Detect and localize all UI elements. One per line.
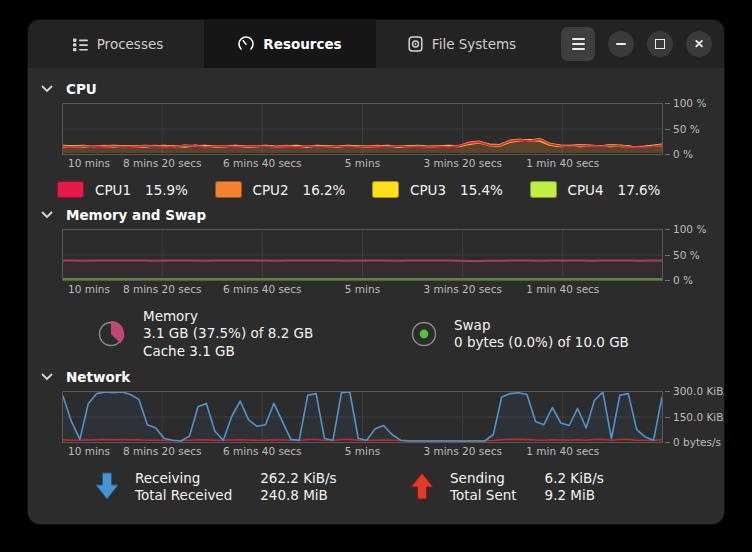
cpu4-value: 17.6% [618,182,661,198]
memory-usage: 3.1 GB (37.5%) of 8.2 GB [143,325,313,342]
y-tick-label: 50 % [673,123,700,135]
memory-swap-legend: Memory 3.1 GB (37.5%) of 8.2 GB Cache 3.… [94,308,724,360]
y-tick-label: 100 % [673,97,706,109]
x-tick-label: 6 mins 40 secs [223,157,302,169]
window-controls: ✕ [561,20,724,68]
x-tick-label: 5 mins [345,157,380,169]
memory-swap-section: Memory and Swap 100 %50 %0 % 10 mins8 mi… [28,202,724,360]
chevron-down-icon [41,85,53,93]
memory-expander-button[interactable] [39,209,55,221]
receiving-legend-item: Receiving 262.2 KiB/s Total Received 240… [94,470,409,503]
x-tick-label: 8 mins 20 secs [123,445,202,457]
cpu2-value: 16.2% [303,182,346,198]
tab-processes[interactable]: Processes [32,20,204,68]
y-tick-label: 100 % [673,223,706,235]
network-y-axis: 300.0 KiB/s150.0 KiB/s0 bytes/s [665,391,724,443]
memory-section-title: Memory and Swap [66,207,206,223]
y-tick-label: 300.0 KiB/s [673,385,724,397]
cpu2-color-swatch [215,181,242,198]
disk-icon [408,36,423,52]
tab-label: File Systems [432,36,516,52]
gauge-icon [238,36,254,52]
swap-label: Swap [454,317,629,334]
cpu1-legend-item: CPU1 15.9% [57,181,215,198]
cpu-history-chart [62,103,663,155]
y-tick-label: 0 % [673,274,693,286]
chevron-down-icon [41,373,53,381]
cpu-legend: CPU1 15.9% CPU2 16.2% CPU3 15.4% CPU4 17… [57,181,687,198]
x-tick-label: 6 mins 40 secs [223,445,302,457]
cpu-section: CPU 100 %50 %0 % 10 mins8 mins 20 secs6 … [28,76,724,198]
memory-cache: Cache 3.1 GB [143,343,313,360]
x-tick-label: 8 mins 20 secs [123,283,202,295]
cpu-y-axis: 100 %50 %0 % [665,103,724,155]
close-icon: ✕ [694,38,704,50]
cpu1-label: CPU1 [95,182,131,198]
network-expander-button[interactable] [39,371,55,383]
cpu4-label: CPU4 [568,182,604,198]
sending-rate: 6.2 KiB/s [545,470,604,486]
x-tick-label: 10 mins [68,283,110,295]
y-tick-label: 50 % [673,249,700,261]
process-list-icon [73,37,88,52]
network-x-axis: 10 mins8 mins 20 secs6 mins 40 secs5 min… [62,443,663,460]
minimize-button[interactable] [608,31,634,57]
hamburger-menu-icon [572,38,585,40]
minimize-icon [616,43,626,45]
total-sent-value: 9.2 MiB [545,487,604,503]
x-tick-label: 5 mins [345,445,380,457]
memory-legend-item: Memory 3.1 GB (37.5%) of 8.2 GB Cache 3.… [94,308,409,360]
memory-section-header: Memory and Swap [28,202,724,229]
total-received-label: Total Received [135,487,232,503]
swap-usage: 0 bytes (0.0%) of 10.0 GB [454,334,629,351]
swap-legend-item: Swap 0 bytes (0.0%) of 10.0 GB [409,308,724,360]
maximize-icon [655,39,665,49]
x-tick-label: 8 mins 20 secs [123,157,202,169]
tab-file-systems[interactable]: File Systems [376,20,548,68]
primary-menu-button[interactable] [561,27,595,61]
x-tick-label: 3 mins 20 secs [423,283,502,295]
tab-resources[interactable]: Resources [204,20,376,68]
memory-history-chart [62,229,663,281]
up-arrow-icon [409,471,435,501]
cpu1-color-swatch [57,181,84,198]
receiving-label: Receiving [135,470,232,486]
sending-legend-item: Sending 6.2 KiB/s Total Sent 9.2 MiB [409,470,724,503]
memory-y-axis: 100 %50 %0 % [665,229,724,281]
cpu3-legend-item: CPU3 15.4% [372,181,530,198]
x-tick-label: 3 mins 20 secs [423,157,502,169]
memory-label: Memory [143,308,313,325]
y-tick-label: 150.0 KiB/s [673,411,724,423]
cpu3-label: CPU3 [410,182,446,198]
pie-chart-icon [94,316,128,352]
cpu-section-header: CPU [28,76,724,103]
network-legend: Receiving 262.2 KiB/s Total Received 240… [94,470,724,503]
resources-view: CPU 100 %50 %0 % 10 mins8 mins 20 secs6 … [28,68,724,503]
total-sent-label: Total Sent [450,487,517,503]
titlebar[interactable]: Processes Resources File Systems [28,20,724,68]
network-history-chart [62,391,663,443]
cpu-x-axis: 10 mins8 mins 20 secs6 mins 40 secs5 min… [62,155,663,172]
memory-x-axis: 10 mins8 mins 20 secs6 mins 40 secs5 min… [62,281,663,298]
y-tick-label: 0 bytes/s [673,436,721,448]
system-monitor-window: Processes Resources File Systems [28,20,724,524]
cpu1-value: 15.9% [145,182,188,198]
cpu-expander-button[interactable] [39,83,55,95]
y-tick-label: 0 % [673,148,693,160]
x-tick-label: 6 mins 40 secs [223,283,302,295]
receiving-rate: 262.2 KiB/s [260,470,336,486]
x-tick-label: 1 min 40 secs [526,157,599,169]
maximize-button[interactable] [647,31,673,57]
cpu3-color-swatch [372,181,399,198]
x-tick-label: 5 mins [345,283,380,295]
network-section: Network 300.0 KiB/s150.0 KiB/s0 bytes/s … [28,364,724,503]
down-arrow-icon [94,471,120,501]
x-tick-label: 3 mins 20 secs [423,445,502,457]
network-section-title: Network [66,369,130,385]
cpu4-color-swatch [530,181,557,198]
view-tabs: Processes Resources File Systems [32,20,548,68]
chevron-down-icon [41,211,53,219]
cpu3-value: 15.4% [460,182,503,198]
close-button[interactable]: ✕ [686,31,712,57]
x-tick-label: 10 mins [68,157,110,169]
